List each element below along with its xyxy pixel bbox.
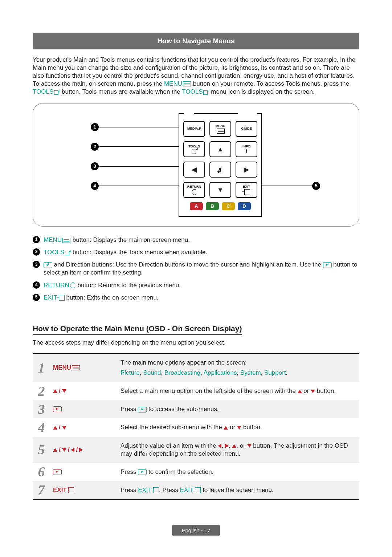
enter-icon: [53, 406, 62, 412]
callout-4: 4: [91, 182, 99, 190]
steps-table: 1 MENU The main menu options appear on t…: [33, 353, 359, 500]
step-row-3: 3 Press to access the sub-menus.: [33, 400, 359, 418]
step-icon-7: EXIT: [50, 481, 121, 499]
up-arrow-icon: [298, 390, 302, 393]
step-num-6: 6: [33, 463, 50, 481]
remote-btn-up[interactable]: ▲: [209, 141, 231, 157]
up-arrow-icon: [53, 448, 57, 452]
enter-icon: [53, 469, 62, 475]
exit-icon: [195, 487, 201, 493]
step-icon-5: ///: [50, 437, 121, 463]
menu-icon: [72, 365, 80, 370]
sub-heading: How to Operate the Main Menu (OSD - On S…: [33, 324, 242, 335]
remote-btn-enter[interactable]: ↲: [209, 162, 231, 178]
legend-text-5: EXIT button: Exits the on-screen menu.: [44, 294, 359, 302]
exit-icon: [153, 487, 159, 493]
down-arrow-icon: [247, 444, 252, 448]
right-arrow-icon: [225, 444, 229, 448]
tools-icon: [54, 90, 60, 95]
legend-text-3: and Direction buttons: Use the Direction…: [44, 261, 359, 277]
tools-icon: [192, 149, 197, 154]
remote-btn-color-b[interactable]: B: [206, 202, 219, 210]
callout-3: 3: [91, 162, 99, 170]
remote-btn-left[interactable]: ◀: [183, 162, 205, 178]
remote-btn-guide[interactable]: GUIDE: [236, 121, 257, 137]
callout-legend: 1 MENU button: Displays the main on-scre…: [33, 236, 359, 302]
step-desc-4: Select the desired sub-menu with the or …: [121, 418, 359, 436]
menu-icon: [183, 81, 191, 86]
enter-icon: ↲: [216, 167, 224, 172]
down-arrow-icon: [311, 390, 315, 393]
right-arrow-icon: [79, 448, 83, 452]
legend-num-1: 1: [33, 236, 40, 243]
left-arrow-icon: [71, 448, 74, 452]
step-row-1: 1 MENU The main menu options appear on t…: [33, 354, 359, 382]
down-arrow-icon: [237, 426, 241, 430]
remote-btn-color-c[interactable]: C: [222, 202, 235, 210]
menu-icon: [217, 129, 225, 134]
intro-part4: menu Icon is displayed on the screen.: [211, 88, 314, 95]
legend-text-1: MENU button: Displays the main on-screen…: [44, 236, 359, 244]
exit-icon: [59, 295, 65, 301]
step-num-4: 4: [33, 418, 50, 436]
up-arrow-icon: [224, 426, 228, 430]
down-arrow-icon: [62, 389, 66, 393]
remote-btn-color-a[interactable]: A: [190, 202, 203, 210]
remote-btn-down[interactable]: ▼: [209, 182, 231, 198]
down-arrow-icon: [62, 448, 66, 452]
menu-icon: [62, 238, 70, 243]
legend-num-5: 5: [33, 294, 40, 301]
return-icon: [192, 189, 197, 195]
step-num-1: 1: [33, 354, 50, 382]
callout-5: 5: [312, 182, 320, 190]
enter-icon: [323, 262, 332, 268]
step-desc-2: Select a main menu option on the left si…: [121, 382, 359, 400]
remote-btn-media-p[interactable]: MEDIA.P: [183, 121, 205, 137]
legend-num-3: 3: [33, 261, 40, 268]
remote-btn-color-d[interactable]: D: [238, 202, 251, 210]
tools-icon: [65, 250, 71, 255]
return-icon: [70, 282, 76, 288]
step-num-7: 7: [33, 481, 50, 499]
sub-intro: The access steps may differ depending on…: [33, 339, 359, 347]
left-arrow-icon: [218, 444, 221, 448]
legend-num-4: 4: [33, 281, 40, 289]
step-row-5: 5 /// Adjust the value of an item with t…: [33, 437, 359, 463]
remote-btn-info[interactable]: INFOi: [236, 141, 257, 157]
intro-part2: button on your remote. To access Tools m…: [193, 80, 349, 87]
step-icon-6: [50, 463, 121, 481]
page-footer: English - 17: [33, 525, 359, 536]
legend-text-2: TOOLS button: Displays the Tools menus w…: [44, 248, 359, 256]
step-row-2: 2 / Select a main menu option on the lef…: [33, 382, 359, 400]
intro-paragraph: Your product's Main and Tools menus cont…: [33, 56, 359, 96]
remote-btn-right[interactable]: ▶: [236, 162, 257, 178]
down-arrow-icon: [62, 426, 66, 430]
footer-page-number: 17: [204, 527, 211, 533]
step-desc-5: Adjust the value of an item with the , ,…: [121, 437, 359, 463]
footer-lang: English: [181, 527, 199, 533]
enter-icon: [138, 469, 147, 475]
step-desc-1: The main menu options appear on the scre…: [121, 354, 359, 382]
exit-icon: [244, 189, 250, 195]
step-icon-4: /: [50, 418, 121, 436]
legend-num-2: 2: [33, 248, 40, 256]
callout-2: 2: [91, 143, 99, 151]
remote-btn-menu[interactable]: MENU: [209, 121, 231, 137]
remote-figure: 1 2 3 4 5 MEDIA.P MENU GUIDE: [33, 103, 359, 227]
step-desc-3: Press to access the sub-menus.: [121, 400, 359, 418]
remote-btn-tools[interactable]: TOOLS: [183, 141, 205, 157]
up-arrow-icon: [53, 426, 57, 430]
step-icon-3: [50, 400, 121, 418]
remote-body: MEDIA.P MENU GUIDE TOOLS ▲ INFOi ◀ ↲ ▶ R…: [179, 114, 262, 217]
legend-text-4: RETURN button: Returns to the previous m…: [44, 281, 359, 289]
tools-label-inline2: TOOLS: [182, 88, 209, 95]
tools-label-inline: TOOLS: [33, 88, 60, 95]
up-arrow-icon: [53, 389, 57, 393]
step-num-3: 3: [33, 400, 50, 418]
page-heading: How to Navigate Menus: [33, 33, 359, 49]
step-icon-1: MENU: [50, 354, 121, 382]
remote-btn-return[interactable]: RETURN: [183, 182, 205, 198]
step-row-4: 4 / Select the desired sub-menu with the…: [33, 418, 359, 436]
remote-btn-exit[interactable]: EXIT: [236, 182, 257, 198]
step-desc-6: Press to confirm the selection.: [121, 463, 359, 481]
